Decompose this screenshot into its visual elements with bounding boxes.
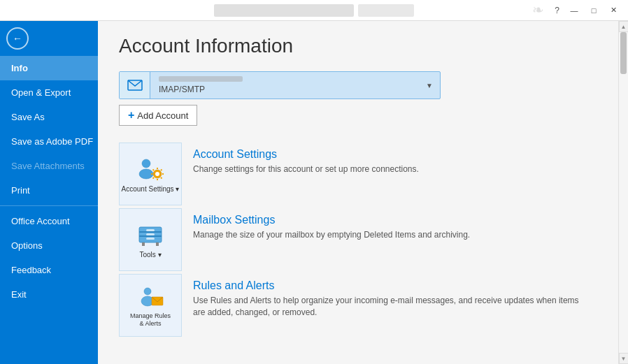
sidebar-item-feedback[interactable]: Feedback: [0, 258, 98, 282]
sidebar-item-options[interactable]: Options: [0, 233, 98, 258]
scrollbar-track[interactable]: [619, 32, 628, 353]
svg-point-4: [155, 172, 159, 176]
rules-alerts-text: Rules and Alerts Use Rules and Alerts to…: [182, 274, 597, 324]
sidebar-item-info[interactable]: Info: [0, 56, 98, 80]
add-icon: +: [128, 109, 134, 122]
rules-alerts-icon-box: Manage Rules& Alerts: [119, 274, 182, 337]
mailbox-settings-desc: Manage the size of your mailbox by empty…: [193, 229, 586, 241]
svg-line-10: [161, 177, 162, 179]
svg-rect-16: [146, 229, 155, 231]
account-settings-icon: [135, 156, 166, 182]
account-chevron-icon: ▼: [419, 82, 440, 89]
sidebar-item-open-export[interactable]: Open & Export: [0, 80, 98, 105]
svg-rect-18: [146, 238, 155, 240]
sidebar-item-save-adobe[interactable]: Save as Adobe PDF: [0, 129, 98, 154]
mailbox-settings-icon-box: Tools ▾: [119, 208, 182, 271]
svg-point-21: [144, 288, 151, 295]
account-settings-card[interactable]: Account Settings ▾ Account Settings Chan…: [119, 143, 597, 205]
svg-rect-15: [139, 235, 162, 237]
svg-line-12: [161, 169, 162, 170]
mailbox-settings-card[interactable]: Tools ▾ Mailbox Settings Manage the size…: [119, 208, 597, 271]
scroll-up-arrow[interactable]: ▲: [619, 21, 629, 32]
maximize-button[interactable]: □: [585, 3, 603, 17]
add-account-label: Add Account: [137, 110, 188, 121]
account-settings-desc: Change settings for this account or set …: [193, 163, 586, 175]
help-label: ?: [555, 6, 559, 15]
scrollbar-thumb[interactable]: [620, 32, 627, 74]
titlebar: ❧ ? — □ ✕: [0, 0, 628, 21]
decorative-swirl: ❧: [532, 1, 544, 18]
window-controls: — □ ✕: [565, 3, 622, 17]
rules-alerts-desc: Use Rules and Alerts to help organize yo…: [193, 295, 586, 319]
account-settings-icon-box: Account Settings ▾: [119, 143, 182, 205]
account-name-blur: [159, 76, 243, 82]
sidebar-nav: Info Open & Export Save As Save as Adobe…: [0, 56, 98, 364]
svg-rect-19: [142, 242, 145, 246]
rules-icon: [135, 283, 166, 310]
svg-rect-14: [139, 231, 162, 233]
tools-icon-label: Tools ▾: [139, 251, 161, 259]
app-body: ← Info Open & Export Save As Save as Ado…: [0, 21, 628, 364]
sidebar: ← Info Open & Export Save As Save as Ado…: [0, 21, 98, 364]
email-icon: [127, 77, 143, 94]
scroll-down-arrow[interactable]: ▼: [619, 353, 629, 364]
sidebar-divider: [0, 205, 98, 206]
mailbox-settings-text: Mailbox Settings Manage the size of your…: [182, 208, 597, 247]
add-account-button[interactable]: + Add Account: [119, 105, 197, 126]
tools-icon: [135, 221, 166, 248]
main-content: Account Information IMAP/SMTP ▼: [98, 21, 618, 364]
sidebar-item-save-attachments: Save Attachments: [0, 154, 98, 178]
svg-line-9: [153, 169, 155, 170]
sidebar-item-save-as[interactable]: Save As: [0, 105, 98, 129]
close-button[interactable]: ✕: [604, 3, 622, 17]
rules-alerts-title: Rules and Alerts: [193, 279, 586, 292]
minimize-button[interactable]: —: [565, 3, 583, 17]
scrollbar[interactable]: ▲ ▼: [618, 21, 628, 364]
account-settings-title: Account Settings: [193, 148, 586, 161]
svg-rect-20: [156, 242, 159, 246]
main-inner: Account Information IMAP/SMTP ▼: [98, 21, 618, 364]
rules-alerts-card[interactable]: Manage Rules& Alerts Rules and Alerts Us…: [119, 274, 597, 337]
sidebar-item-exit[interactable]: Exit: [0, 282, 98, 307]
search-bar: [358, 4, 414, 17]
svg-point-1: [142, 159, 150, 168]
account-settings-text: Account Settings Change settings for thi…: [182, 143, 597, 181]
address-bar: [214, 4, 354, 17]
account-label: IMAP/SMTP: [150, 76, 419, 94]
back-button[interactable]: ←: [0, 21, 35, 56]
svg-line-11: [153, 177, 155, 179]
titlebar-center: [214, 4, 414, 17]
page-title: Account Information: [119, 35, 597, 57]
svg-rect-17: [146, 233, 155, 235]
account-dropdown[interactable]: IMAP/SMTP ▼: [119, 71, 441, 99]
account-icon-box: [120, 72, 150, 99]
back-circle-icon: ←: [6, 27, 29, 50]
sidebar-item-print[interactable]: Print: [0, 178, 98, 203]
rules-icon-label: Manage Rules& Alerts: [130, 312, 171, 328]
sidebar-item-office-account[interactable]: Office Account: [0, 209, 98, 233]
account-type: IMAP/SMTP: [159, 85, 411, 94]
account-settings-icon-label: Account Settings ▾: [122, 185, 180, 193]
mailbox-settings-title: Mailbox Settings: [193, 214, 586, 226]
